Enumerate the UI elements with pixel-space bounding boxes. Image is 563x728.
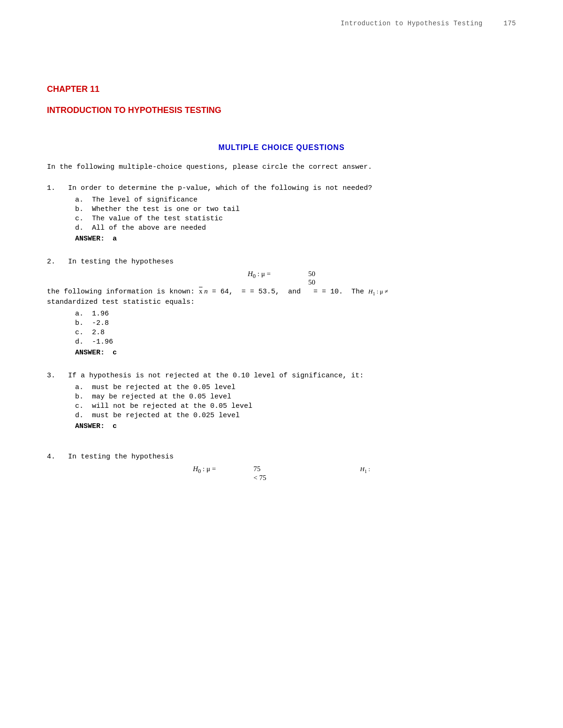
- question-4: 4. In testing the hypothesis H0 : μ = 75…: [47, 453, 516, 483]
- question-1-text: 1. In order to determine the p-value, wh…: [47, 184, 516, 192]
- q1-option-b: b. Whether the test is one or two tail: [75, 205, 516, 213]
- question-2-text: 2. In testing the hypotheses: [47, 258, 516, 266]
- q3-option-d: d. must be rejected at the 0.025 level: [75, 412, 516, 420]
- q2-n-value: 64,: [221, 288, 233, 296]
- q2-body: In testing the hypotheses: [68, 258, 174, 266]
- q3-answer: ANSWER: c: [75, 422, 516, 430]
- q3-option-a: a. must be rejected at the 0.05 level: [75, 383, 516, 391]
- q3-number: 3.: [47, 372, 55, 380]
- question-1: 1. In order to determine the p-value, wh…: [47, 184, 516, 243]
- chapter-title: CHAPTER 11: [47, 84, 516, 94]
- page-header: Introduction to Hypothesis Testing 175: [341, 20, 516, 27]
- q2-h0-value-top: 50: [308, 270, 315, 278]
- questions-header: MULTIPLE CHOICE QUESTIONS: [47, 143, 516, 152]
- q4-h0-expr: H0 : μ =: [193, 465, 216, 475]
- q2-answer: ANSWER: c: [75, 349, 516, 357]
- page: Introduction to Hypothesis Testing 175 C…: [0, 0, 563, 728]
- intro-text: In the following multiple-choice questio…: [47, 163, 516, 171]
- q3-option-b: b. may be rejected at the 0.05 level: [75, 393, 516, 401]
- q2-stat-text: standardized test statistic equals:: [47, 298, 516, 306]
- q2-option-a: a. 1.96: [75, 310, 516, 318]
- q2-and: and: [280, 288, 309, 296]
- q1-option-c: c. The value of the test statistic: [75, 215, 516, 223]
- q4-number: 4.: [47, 453, 55, 461]
- q1-answer: ANSWER: a: [75, 235, 516, 243]
- q2-equals1: =: [208, 288, 221, 296]
- q2-h1-expr: H1 : μ ≠: [368, 288, 388, 296]
- q4-h0-value-bottom: < 75: [253, 473, 266, 483]
- q2-h0-row: H0 : μ = 50 50: [248, 270, 315, 286]
- question-3: 3. If a hypothesis is not rejected at th…: [47, 372, 516, 430]
- q4-h0-value-top: 75: [253, 465, 260, 474]
- q1-option-a: a. The level of significance: [75, 196, 516, 204]
- q2-hypotheses: H0 : μ = 50 50: [47, 270, 516, 286]
- q1-options: a. The level of significance b. Whether …: [75, 196, 516, 232]
- q2-sigma-value: = 10.: [322, 288, 343, 296]
- q4-hypotheses: H0 : μ = 75 < 75 H1 :: [47, 465, 516, 483]
- q2-info-line: the following information is known: x n …: [47, 287, 516, 296]
- q2-info-prefix: the following information is known:: [47, 288, 199, 296]
- q1-option-d: d. All of the above are needed: [75, 224, 516, 232]
- q2-number: 2.: [47, 258, 55, 266]
- q2-option-b: b. -2.8: [75, 319, 516, 327]
- section-title: INTRODUCTION TO HYPOTHESIS TESTING: [47, 105, 516, 115]
- q2-options: a. 1.96 b. -2.8 c. 2.8 d. -1.96: [75, 310, 516, 346]
- q3-options: a. must be rejected at the 0.05 level b.…: [75, 383, 516, 420]
- q2-h0-values: 50 50: [308, 270, 315, 286]
- question-4-text: 4. In testing the hypothesis: [47, 453, 516, 461]
- q4-h0-row: H0 : μ = 75 < 75 H1 :: [193, 465, 370, 483]
- q2-the: The: [343, 288, 368, 296]
- q1-number: 1.: [47, 184, 55, 192]
- q4-h0-values: 75 < 75: [253, 465, 266, 483]
- q2-h0-expr: H0 : μ =: [248, 270, 271, 280]
- q2-xbar: x: [199, 287, 203, 295]
- q2-xbar-value: = 53.5,: [250, 288, 280, 296]
- question-2: 2. In testing the hypotheses H0 : μ = 50…: [47, 258, 516, 357]
- page-number: 175: [503, 20, 516, 27]
- q2-sigma-eq: =: [309, 288, 322, 296]
- q2-option-c: c. 2.8: [75, 329, 516, 337]
- q2-h0-value-bottom: 50: [308, 278, 315, 286]
- q2-n-label: n: [203, 287, 208, 295]
- q4-h1-label: H1 :: [360, 465, 370, 474]
- q4-body: In testing the hypothesis: [68, 453, 174, 461]
- q3-body: If a hypothesis is not rejected at the 0…: [68, 372, 364, 380]
- question-3-text: 3. If a hypothesis is not rejected at th…: [47, 372, 516, 380]
- q2-xbar-eq: =: [233, 288, 250, 296]
- q3-option-c: c. will not be rejected at the 0.05 leve…: [75, 402, 516, 410]
- q1-body: In order to determine the p-value, which…: [68, 184, 372, 192]
- header-text: Introduction to Hypothesis Testing: [341, 20, 483, 27]
- q2-option-d: d. -1.96: [75, 338, 516, 346]
